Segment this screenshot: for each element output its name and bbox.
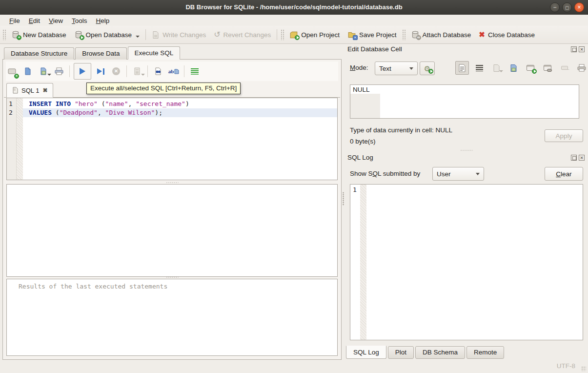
apply-settings-button[interactable]: ⚙ bbox=[420, 62, 435, 75]
replace-button[interactable]: ab bbox=[167, 65, 180, 78]
execute-sql-panel: + ✕ bbox=[2, 59, 342, 360]
open-database-dropdown-icon[interactable] bbox=[136, 36, 140, 38]
menu-help[interactable]: Help bbox=[92, 16, 114, 25]
log-line-number: 1 bbox=[353, 186, 357, 193]
minimize-button[interactable]: − bbox=[550, 2, 560, 12]
toolbar-handle[interactable] bbox=[402, 29, 406, 40]
open-sql-file-button[interactable] bbox=[21, 65, 34, 78]
tab-db-schema[interactable]: DB Schema bbox=[415, 346, 465, 359]
sql-file-icon bbox=[12, 87, 18, 94]
sql-toolbar-separator bbox=[69, 65, 70, 77]
encoding-indicator[interactable]: UTF-8 bbox=[557, 362, 575, 370]
set-null-icon bbox=[561, 66, 568, 70]
word-wrap-button[interactable] bbox=[472, 61, 486, 75]
sql-toolbar-separator bbox=[184, 65, 184, 77]
open-database-icon bbox=[74, 30, 83, 39]
window-controls: − ▢ × bbox=[550, 2, 584, 12]
save-project-icon: ▪ bbox=[347, 30, 356, 39]
editor-line-numbers: 1 2 bbox=[7, 98, 17, 180]
mode-label: Mode: bbox=[350, 64, 368, 71]
save-project-button[interactable]: ▪ Save Project bbox=[344, 28, 401, 41]
combo-arrow-icon bbox=[409, 67, 413, 70]
revert-changes-icon: ↺ bbox=[214, 31, 220, 39]
submitted-by-combobox[interactable]: User bbox=[432, 167, 484, 181]
window-link-icon bbox=[544, 65, 551, 71]
execute-all-button[interactable] bbox=[74, 63, 91, 80]
dock-float-icon[interactable] bbox=[571, 155, 577, 161]
resize-grip-icon[interactable] bbox=[581, 366, 586, 371]
menu-edit[interactable]: Edit bbox=[24, 16, 44, 25]
attach-database-button[interactable]: ∞ Attach Database bbox=[407, 28, 475, 41]
editor-code-area[interactable]: INSERT INTO "hero" ("name", "secret_name… bbox=[23, 98, 337, 180]
cell-value-editor[interactable]: NULL bbox=[350, 84, 579, 119]
results-message-panel[interactable]: Results of the last executed statements bbox=[6, 279, 338, 356]
main-vertical-splitter[interactable] bbox=[343, 192, 344, 206]
open-project-button[interactable]: Open Project bbox=[285, 28, 344, 41]
execute-line-button[interactable] bbox=[94, 65, 107, 78]
save-sql-dropdown-icon[interactable] bbox=[47, 74, 51, 76]
cell-size-info: 0 byte(s) bbox=[350, 138, 376, 145]
sql-tab-close-icon[interactable]: ✖ bbox=[42, 87, 47, 94]
maximize-button[interactable]: ▢ bbox=[562, 2, 572, 12]
grid-messages-splitter[interactable] bbox=[6, 275, 338, 279]
tab-database-structure[interactable]: Database Structure bbox=[4, 47, 74, 60]
results-grid-panel[interactable] bbox=[6, 184, 338, 277]
print-cell-button[interactable] bbox=[575, 61, 588, 75]
sql-code-editor[interactable]: 1 2 INSERT INTO "hero" ("name", "secret_… bbox=[6, 98, 338, 180]
copy-link-button[interactable] bbox=[541, 61, 554, 75]
close-button[interactable]: × bbox=[574, 2, 584, 12]
open-database-button[interactable]: Open Database bbox=[70, 28, 144, 41]
set-null-button bbox=[558, 61, 571, 75]
export-cell-button[interactable] bbox=[507, 61, 520, 75]
open-external-button[interactable] bbox=[524, 61, 537, 75]
main-toolbar: + New Database Open Database Write Chang… bbox=[0, 26, 588, 44]
mode-value: Text bbox=[379, 65, 391, 72]
tab-sql-log[interactable]: SQL Log bbox=[346, 346, 386, 359]
execute-all-icon bbox=[80, 68, 85, 75]
find-button[interactable] bbox=[152, 65, 164, 78]
tab-execute-sql[interactable]: Execute SQL bbox=[128, 46, 181, 60]
sql-toolbar-separator bbox=[126, 65, 127, 77]
menu-file[interactable]: File bbox=[5, 16, 24, 25]
write-changes-icon bbox=[152, 31, 160, 39]
dock-close-icon[interactable]: ✕ bbox=[579, 46, 585, 52]
tab-browse-data[interactable]: Browse Data bbox=[75, 47, 126, 60]
clear-log-button[interactable]: Clear bbox=[545, 167, 583, 181]
import-dropdown-icon bbox=[499, 70, 503, 72]
editor-results-splitter[interactable] bbox=[6, 181, 338, 184]
editor-fold-margin bbox=[17, 98, 23, 180]
cell-editor-gutter bbox=[350, 94, 380, 118]
print-sql-button[interactable] bbox=[53, 65, 65, 78]
titlebar[interactable]: DB Browser for SQLite - /home/user/code/… bbox=[0, 0, 588, 15]
sql-toolbar-separator bbox=[147, 65, 148, 77]
sql-log-view[interactable]: 1 bbox=[350, 184, 583, 340]
tab-remote[interactable]: Remote bbox=[466, 346, 504, 359]
stop-execution-button: ✕ bbox=[110, 65, 122, 78]
save-results-dropdown-icon bbox=[141, 74, 145, 76]
text-mode-button[interactable] bbox=[455, 61, 469, 75]
mode-combobox[interactable]: Text bbox=[375, 62, 418, 75]
attach-database-icon: ∞ bbox=[411, 30, 420, 39]
open-project-icon bbox=[289, 30, 298, 39]
dock-splitter[interactable] bbox=[350, 149, 583, 152]
execute-line-icon bbox=[97, 68, 102, 74]
menu-view[interactable]: View bbox=[44, 16, 67, 25]
new-sql-tab-button[interactable]: + bbox=[6, 65, 19, 78]
submitted-by-value: User bbox=[437, 170, 451, 178]
new-database-button[interactable]: + New Database bbox=[7, 28, 70, 41]
toolbar-handle[interactable] bbox=[281, 29, 284, 40]
tab-plot[interactable]: Plot bbox=[388, 346, 414, 359]
save-sql-file-button[interactable] bbox=[37, 65, 50, 78]
combo-arrow-icon bbox=[476, 173, 480, 175]
sql-tab-label: SQL 1 bbox=[21, 87, 39, 94]
log-fold-margin bbox=[360, 185, 366, 340]
format-sql-button[interactable] bbox=[188, 65, 201, 78]
sql-1-tab[interactable]: SQL 1 ✖ bbox=[6, 83, 53, 98]
menu-tools[interactable]: Tools bbox=[67, 16, 92, 25]
toolbar-handle[interactable] bbox=[2, 29, 6, 40]
word-wrap-icon bbox=[476, 65, 483, 71]
dock-tabbar: SQL Log Plot DB Schema Remote bbox=[346, 346, 506, 359]
close-database-button[interactable]: ✖ Close Database bbox=[475, 29, 539, 41]
dock-float-icon[interactable] bbox=[571, 46, 577, 52]
dock-close-icon[interactable]: ✕ bbox=[579, 155, 585, 161]
